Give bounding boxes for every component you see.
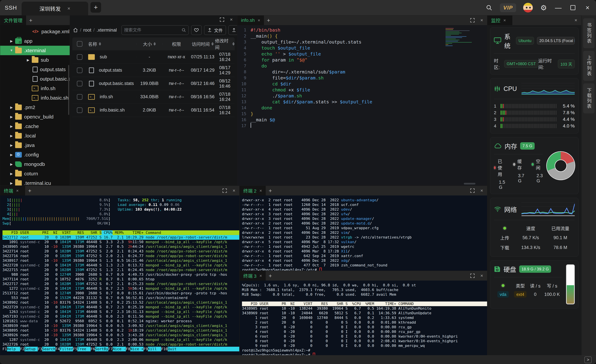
chevron-right-icon[interactable]: ▶ bbox=[8, 162, 15, 166]
terminal2-add-tab-button[interactable]: + bbox=[266, 186, 275, 196]
tree-item-app[interactable]: ▶app bbox=[0, 36, 70, 46]
search-icon[interactable] bbox=[181, 28, 186, 32]
favorite-button[interactable] bbox=[191, 25, 202, 35]
tree-item-.local[interactable]: ▶.local bbox=[0, 131, 70, 140]
chevron-right-icon[interactable]: ▶ bbox=[8, 153, 15, 157]
chevron-right-icon[interactable]: ▶ bbox=[8, 124, 15, 128]
file-browser-expand-icon[interactable] bbox=[219, 17, 225, 23]
tab-monitor[interactable]: 监控 × bbox=[487, 15, 512, 25]
home-icon[interactable] bbox=[73, 28, 78, 33]
htop-fkey-bar[interactable]: F1Help F2Setup F3SearchF4FilterF5Tree F6… bbox=[2, 347, 239, 351]
tree-item-package.xml[interactable]: </>package.xml bbox=[0, 27, 70, 36]
row-checkbox[interactable] bbox=[77, 67, 82, 73]
column-name[interactable]: 名称 bbox=[87, 41, 136, 47]
row-checkbox[interactable] bbox=[77, 107, 82, 113]
editor-tab-close-icon[interactable]: × bbox=[258, 18, 260, 23]
row-checkbox[interactable] bbox=[77, 81, 82, 87]
file-row-output.stats[interactable]: output.stats3.2KiBrw-r--r--08/17 14:2908… bbox=[72, 64, 235, 77]
tree-item-mongodb[interactable]: ▶mongodb bbox=[0, 159, 70, 169]
tab-info-sh[interactable]: info.sh × bbox=[237, 15, 264, 25]
tab-upload-list[interactable]: 上传列表 bbox=[583, 51, 595, 81]
code-editor[interactable]: 1#!/bin/bash2__main() {3 output_file=~/.… bbox=[237, 25, 487, 185]
sort-icon[interactable] bbox=[232, 42, 235, 45]
column-mtime[interactable]: 修改时间 bbox=[215, 37, 235, 50]
editor-expand-icon[interactable] bbox=[469, 17, 476, 23]
chevron-right-icon[interactable]: ▶ bbox=[8, 115, 15, 119]
tab-bookmark-list[interactable]: 书签列表 bbox=[583, 18, 595, 48]
minimize-button[interactable]: — bbox=[554, 4, 562, 11]
terminal1-expand-icon[interactable] bbox=[222, 188, 228, 194]
tree-item-.xterminal[interactable]: ▼.xterminal bbox=[0, 46, 70, 55]
chevron-right-icon[interactable]: ▶ bbox=[8, 172, 15, 176]
file-row-output.basic.stats[interactable]: output.basic.stats199.0BiBrw-r--r--08/12… bbox=[72, 77, 235, 90]
breadcrumb-root[interactable]: root bbox=[83, 27, 91, 33]
terminal3-expand-icon[interactable] bbox=[469, 273, 476, 279]
tree-item-opencv_build[interactable]: ▶opencv_build bbox=[0, 112, 70, 122]
close-window-button[interactable]: × bbox=[584, 4, 591, 11]
sort-icon[interactable] bbox=[154, 42, 156, 45]
terminal3-add-tab-button[interactable]: + bbox=[266, 271, 275, 281]
editor-add-tab-button[interactable]: + bbox=[264, 15, 273, 25]
terminal2[interactable]: drwxr-xr-x 2 root root 4096 Dec 28 2022 … bbox=[240, 196, 487, 271]
tree-item-info.sh[interactable]: >_info.sh bbox=[0, 84, 70, 93]
tab-file-manager[interactable]: 文件管理 bbox=[0, 15, 26, 25]
column-size[interactable]: 大小 bbox=[136, 41, 163, 47]
chevron-right-icon[interactable]: ▶ bbox=[8, 39, 15, 43]
editor-minimap[interactable] bbox=[446, 28, 474, 48]
terminal2-tab-close-icon[interactable]: × bbox=[259, 188, 262, 193]
tree-item-info.basic.sh[interactable]: >_info.basic.sh bbox=[0, 93, 70, 102]
file-row-info.sh[interactable]: >_info.sh334.0BiBrw-r--r--08/16 16:5607/… bbox=[72, 90, 235, 103]
tree-item-coturn[interactable]: ▶coturn bbox=[0, 169, 70, 178]
file-row-info.basic.sh[interactable]: >_info.basic.sh2.0KiBrw-r--r--08/11 16:5… bbox=[72, 103, 235, 117]
tree-item-.terminal.icu[interactable]: ▶.terminal.icu bbox=[0, 178, 70, 185]
tree-item-output.stats[interactable]: output.stats bbox=[0, 65, 70, 74]
terminal1-tab-close-icon[interactable]: × bbox=[16, 188, 19, 193]
tree-item-.java[interactable]: ▶.java bbox=[0, 140, 70, 150]
terminal3[interactable]: %Cpu(s): 1.6 us, 1.6 sy, 0.0 ni, 96.8 id… bbox=[240, 281, 487, 355]
tree-item-.pm2[interactable]: ▶.pm2 bbox=[0, 102, 70, 112]
session-tab-close-icon[interactable]: × bbox=[67, 6, 70, 11]
tab-terminal1[interactable]: 终端 × bbox=[0, 186, 25, 196]
select-all-checkbox[interactable] bbox=[77, 41, 82, 47]
gear-icon[interactable]: ⚙ bbox=[540, 4, 547, 11]
app-menu-button[interactable]: SSH bbox=[0, 0, 22, 15]
terminal3-close-icon[interactable]: × bbox=[479, 273, 485, 279]
row-checkbox[interactable] bbox=[77, 94, 82, 100]
row-checkbox[interactable] bbox=[77, 54, 82, 60]
monitor-tab-close-icon[interactable]: × bbox=[503, 18, 506, 23]
chevron-down-icon[interactable]: ▼ bbox=[8, 49, 15, 52]
vip-badge[interactable]: VIP bbox=[500, 3, 516, 12]
chevron-right-icon[interactable]: ▶ bbox=[8, 134, 15, 138]
editor-close-icon[interactable]: × bbox=[479, 17, 485, 23]
session-tab[interactable]: 深圳转发 × bbox=[22, 2, 88, 15]
sort-icon[interactable] bbox=[99, 42, 101, 45]
chevron-right-icon[interactable]: ▶ bbox=[8, 181, 15, 185]
monitor-close-icon[interactable]: × bbox=[573, 17, 579, 23]
file-browser-close-icon[interactable]: × bbox=[228, 17, 234, 23]
tab-download-list[interactable]: 下载列表 bbox=[583, 83, 595, 113]
file-row-sub[interactable]: sub-rwxr-xr-x07/25 11:1307/18 16:24 bbox=[72, 50, 235, 64]
terminal2-close-icon[interactable]: × bbox=[479, 188, 485, 194]
tab-terminal2[interactable]: 终端 2 × bbox=[240, 186, 266, 196]
search-icon[interactable] bbox=[485, 4, 493, 11]
column-atime[interactable]: 访问时间 bbox=[190, 41, 215, 47]
maximize-button[interactable] bbox=[569, 4, 577, 11]
tree-item-sub[interactable]: ▶sub bbox=[0, 55, 70, 65]
chevron-right-icon[interactable]: ▶ bbox=[8, 105, 15, 109]
terminal2-expand-icon[interactable] bbox=[469, 188, 476, 194]
chevron-right-icon[interactable]: > bbox=[584, 357, 592, 363]
tree-item-.cache[interactable]: ▶.cache bbox=[0, 122, 70, 131]
search-input[interactable] bbox=[124, 28, 180, 33]
upload-file-button[interactable]: 文件 bbox=[204, 25, 226, 35]
editor-hscrollbar[interactable] bbox=[464, 183, 476, 184]
chevron-right-icon[interactable]: ▶ bbox=[8, 143, 15, 147]
avatar[interactable] bbox=[523, 3, 533, 13]
tree-scrollbar[interactable] bbox=[68, 65, 69, 115]
breadcrumb-dir[interactable]: .xterminal bbox=[97, 27, 117, 33]
column-perm[interactable]: 权限 bbox=[163, 41, 190, 47]
terminal1[interactable]: 1[|||||8.6%] 2[||||9.5%] 3[||||7.3%] 4[|… bbox=[0, 196, 239, 355]
new-session-button[interactable]: + bbox=[90, 2, 101, 13]
sort-icon[interactable] bbox=[211, 42, 214, 45]
tree-item-output.basic.stats[interactable]: output.basic.stats bbox=[0, 74, 70, 84]
chevron-right-icon[interactable]: ▶ bbox=[24, 58, 32, 62]
